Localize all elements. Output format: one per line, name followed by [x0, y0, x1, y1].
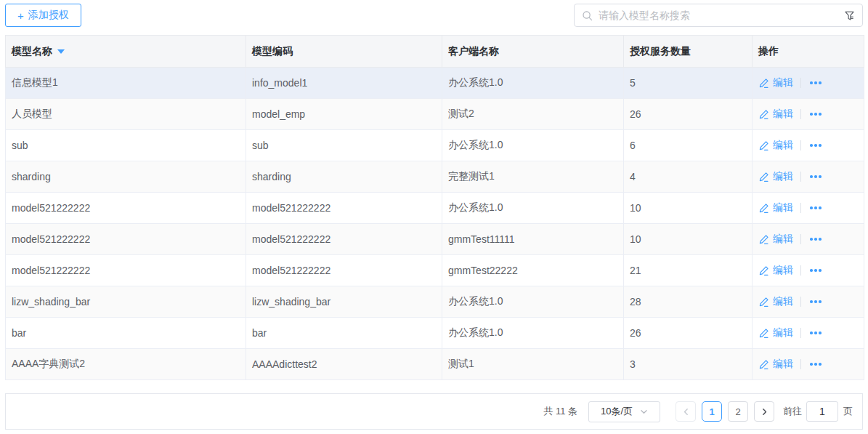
pencil-icon — [758, 234, 769, 245]
goto-page-input[interactable] — [806, 401, 838, 422]
ellipsis-icon[interactable] — [808, 204, 823, 212]
search-input[interactable] — [599, 9, 838, 21]
cell-service-count: 5 — [624, 68, 753, 99]
edit-label: 编辑 — [773, 76, 793, 89]
cell-model-code: AAAAdicttest2 — [246, 349, 442, 380]
plus-icon: + — [17, 10, 24, 21]
action-divider — [800, 78, 801, 88]
ellipsis-icon[interactable] — [808, 235, 823, 244]
page-button-1[interactable]: 1 — [702, 401, 722, 422]
chevron-down-icon — [640, 408, 648, 416]
ellipsis-icon[interactable] — [808, 110, 823, 118]
pencil-icon — [758, 328, 769, 339]
cell-model-name: sharding — [6, 161, 246, 193]
cell-service-count: 6 — [624, 130, 753, 161]
table-row: AAAA字典测试2 AAAAdicttest2 测试1 3 编辑 — [6, 349, 864, 380]
search-icon — [582, 10, 593, 21]
cell-model-code: model_emp — [246, 99, 442, 130]
cell-client-name: 办公系统1.0 — [442, 130, 624, 161]
column-header-actions: 操作 — [753, 36, 864, 68]
cell-actions: 编辑 — [753, 224, 864, 255]
cell-model-name: AAAA字典测试2 — [6, 349, 246, 380]
action-divider — [800, 203, 801, 213]
page-button-2[interactable]: 2 — [728, 401, 748, 422]
chevron-left-icon — [682, 408, 690, 416]
add-authorization-label: 添加授权 — [28, 9, 69, 22]
cell-actions: 编辑 — [753, 255, 864, 286]
page-size-value: 10条/页 — [601, 405, 633, 418]
ellipsis-icon[interactable] — [808, 79, 823, 87]
cell-model-code: model521222222 — [246, 193, 442, 224]
edit-button[interactable]: 编辑 — [758, 108, 793, 121]
cell-actions: 编辑 — [753, 318, 864, 349]
next-page-button[interactable] — [754, 401, 774, 422]
table-row: bar bar 办公系统1.0 26 编辑 — [6, 318, 864, 349]
cell-client-name: 完整测试1 — [442, 161, 624, 193]
edit-label: 编辑 — [773, 295, 793, 308]
add-authorization-button[interactable]: + 添加授权 — [5, 4, 81, 27]
ellipsis-icon[interactable] — [808, 360, 823, 369]
prev-page-button[interactable] — [676, 401, 696, 422]
cell-model-name: sub — [6, 130, 246, 161]
ellipsis-icon[interactable] — [808, 266, 823, 275]
edit-label: 编辑 — [773, 108, 793, 121]
cell-model-code: lizw_shading_bar — [246, 286, 442, 318]
cell-service-count: 10 — [624, 193, 753, 224]
sort-caret-down-icon[interactable] — [57, 49, 65, 54]
cell-model-code: sub — [246, 130, 442, 161]
cell-service-count: 21 — [624, 255, 753, 286]
edit-label: 编辑 — [773, 139, 793, 152]
edit-button[interactable]: 编辑 — [758, 76, 793, 89]
edit-button[interactable]: 编辑 — [758, 139, 793, 152]
cell-client-name: 测试2 — [442, 99, 624, 130]
cell-client-name: gmmTest22222 — [442, 255, 624, 286]
page-size-select[interactable]: 10条/页 — [588, 401, 660, 422]
action-divider — [800, 109, 801, 119]
funnel-icon[interactable] — [844, 10, 855, 21]
page-unit-label: 页 — [843, 405, 853, 418]
edit-button[interactable]: 编辑 — [758, 170, 793, 183]
table-header-row: 模型名称 模型编码 客户端名称 授权服务数量 操作 — [6, 36, 864, 68]
cell-model-name: 信息模型1 — [6, 68, 246, 99]
cell-client-name: 办公系统1.0 — [442, 318, 624, 349]
column-header-model-name[interactable]: 模型名称 — [6, 36, 246, 68]
total-count-label: 共 11 条 — [543, 405, 577, 418]
edit-button[interactable]: 编辑 — [758, 201, 793, 214]
cell-service-count: 26 — [624, 99, 753, 130]
table-row: model521222222 model521222222 gmmTest111… — [6, 224, 864, 255]
action-divider — [800, 265, 801, 276]
cell-actions: 编辑 — [753, 130, 864, 161]
pencil-icon — [758, 359, 769, 370]
cell-client-name: 办公系统1.0 — [442, 286, 624, 318]
cell-service-count: 3 — [624, 349, 753, 380]
edit-button[interactable]: 编辑 — [758, 358, 793, 371]
cell-model-name: lizw_shading_bar — [6, 286, 246, 318]
table-row: sharding sharding 完整测试1 4 编辑 — [6, 161, 864, 193]
edit-button[interactable]: 编辑 — [758, 326, 793, 339]
edit-button[interactable]: 编辑 — [758, 264, 793, 277]
pencil-icon — [758, 297, 769, 308]
edit-label: 编辑 — [773, 201, 793, 214]
pagination-bar: 共 11 条 10条/页 1 2 前往 页 — [5, 393, 863, 430]
ellipsis-icon[interactable] — [808, 141, 823, 150]
ellipsis-icon[interactable] — [808, 172, 823, 181]
edit-button[interactable]: 编辑 — [758, 295, 793, 308]
cell-client-name: 办公系统1.0 — [442, 68, 624, 99]
ellipsis-icon[interactable] — [808, 297, 823, 306]
edit-label: 编辑 — [773, 358, 793, 371]
column-header-model-code: 模型编码 — [246, 36, 442, 68]
edit-button[interactable]: 编辑 — [758, 233, 793, 246]
cell-actions: 编辑 — [753, 193, 864, 224]
cell-service-count: 10 — [624, 224, 753, 255]
cell-model-name: model521222222 — [6, 224, 246, 255]
cell-model-code: info_model1 — [246, 68, 442, 99]
action-divider — [800, 234, 801, 244]
action-divider — [800, 328, 801, 338]
table-row: 信息模型1 info_model1 办公系统1.0 5 编辑 — [6, 68, 864, 99]
ellipsis-icon[interactable] — [808, 329, 823, 337]
column-header-client-name: 客户端名称 — [442, 36, 624, 68]
cell-model-code: bar — [246, 318, 442, 349]
action-divider — [800, 172, 801, 182]
edit-label: 编辑 — [773, 170, 793, 183]
action-divider — [800, 297, 801, 307]
